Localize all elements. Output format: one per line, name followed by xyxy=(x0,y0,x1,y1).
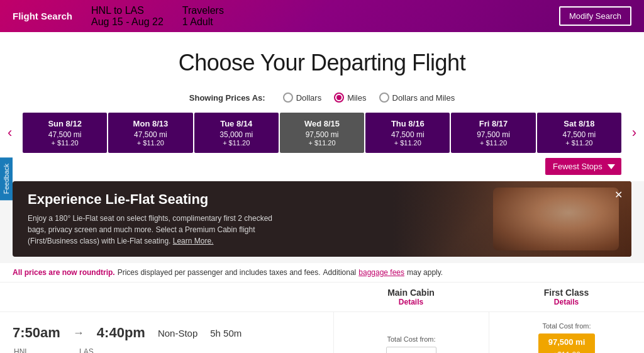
flight-info: 7:50am → 4:40pm Non-Stop 5h 50m HNL LAS … xyxy=(0,312,333,353)
date-label-4: Thu 8/16 xyxy=(370,119,445,128)
date-nav-right[interactable]: › xyxy=(628,125,640,141)
date-label-0: Sun 8/12 xyxy=(28,119,102,128)
first-class-label: First Class xyxy=(494,288,639,298)
date-fee-4: + $11.20 xyxy=(370,139,445,147)
date-miles-4: 47,500 mi xyxy=(370,130,445,139)
first-class-details-link[interactable]: Details xyxy=(494,298,639,306)
flight-times: 7:50am → 4:40pm Non-Stop 5h 50m xyxy=(13,325,321,341)
radio-dollars-miles[interactable]: Dollars and Miles xyxy=(379,92,455,103)
arrive-time: 4:40pm xyxy=(97,325,145,341)
notice-row: All prices are now roundtrip. Prices dis… xyxy=(0,263,644,282)
first-miles: 97,500 mi xyxy=(538,333,595,349)
radio-dollars-label: Dollars xyxy=(296,93,321,103)
date-item-3[interactable]: Wed 8/15 97,500 mi + $11.20 xyxy=(280,113,364,153)
feedback-tab[interactable]: Feedback xyxy=(0,157,13,200)
price-selector-label: Showing Prices As: xyxy=(189,93,265,103)
baggage-fees-link[interactable]: baggage fees xyxy=(358,268,404,277)
promo-learn-more-link[interactable]: Learn More. xyxy=(173,237,214,245)
date-item-5[interactable]: Fri 8/17 97,500 mi + $11.20 xyxy=(451,113,535,153)
promo-banner: Experience Lie-Flat Seating Enjoy a 180°… xyxy=(13,181,631,257)
date-miles-0: 47,500 mi xyxy=(28,130,102,139)
promo-desc-text: Enjoy a 180° Lie-Flat seat on select fli… xyxy=(28,214,272,245)
route-info: HNL to LAS Aug 15 - Aug 22 xyxy=(91,5,164,28)
flight-duration: 5h 50m xyxy=(210,328,242,339)
date-fee-5: + $11.20 xyxy=(456,139,530,147)
date-label-6: Sat 8/18 xyxy=(542,119,616,128)
col-header-main-cabin: Main Cabin Details xyxy=(333,283,489,311)
date-carousel-container: ‹ Sun 8/12 47,500 mi + $11.20 Mon 8/13 4… xyxy=(0,113,644,153)
date-fee-2: + $11.20 xyxy=(199,139,274,147)
first-class-price-box[interactable]: 97,500 mi +$11.20 Roundtrip xyxy=(538,333,595,353)
flight-search-label: Flight Search xyxy=(13,11,72,21)
date-miles-5: 97,500 mi xyxy=(456,130,530,139)
flight-airports: HNL LAS xyxy=(13,347,321,353)
travelers-label: Travelers xyxy=(182,5,224,16)
feedback-label: Feedback xyxy=(3,164,10,194)
price-note: Prices displayed per passenger and inclu… xyxy=(118,268,321,277)
main-cabin-price-col: Total Cost from: N/A xyxy=(333,312,489,353)
date-item-4[interactable]: Thu 8/16 47,500 mi + $11.20 xyxy=(365,113,450,153)
depart-time: 7:50am xyxy=(13,325,60,341)
date-miles-2: 35,000 mi xyxy=(199,130,274,139)
date-miles-3: 97,500 mi xyxy=(285,130,359,139)
baggage-prefix: Additional xyxy=(323,268,357,277)
main-cabin-price: N/A xyxy=(386,347,436,353)
flight-arrow-icon: → xyxy=(73,327,84,340)
sort-row: Fewest Stops Departure Arrival Duration … xyxy=(0,153,644,181)
arrive-airport: LAS xyxy=(79,347,94,353)
date-item-1[interactable]: Mon 8/13 47,500 mi + $11.20 xyxy=(108,113,192,153)
promo-text: Experience Lie-Flat Seating Enjoy a 180°… xyxy=(13,181,631,257)
date-fee-1: + $11.20 xyxy=(113,139,187,147)
col-header-first-class: First Class Details xyxy=(489,283,644,311)
date-miles-6: 47,500 mi xyxy=(542,130,616,139)
col-header-flight xyxy=(0,283,333,311)
page-title: Choose Your Departing Flight xyxy=(13,50,631,76)
baggage-suffix: may apply. xyxy=(407,268,443,277)
promo-title: Experience Lie-Flat Seating xyxy=(28,191,616,208)
radio-dollars-miles-label: Dollars and Miles xyxy=(392,93,455,103)
date-item-6[interactable]: Sat 8/18 47,500 mi + $11.20 xyxy=(537,113,621,153)
modify-search-button[interactable]: Modify Search xyxy=(559,6,631,26)
date-label-3: Wed 8/15 xyxy=(285,119,359,128)
flight-card: 7:50am → 4:40pm Non-Stop 5h 50m HNL LAS … xyxy=(0,311,644,353)
date-item-2[interactable]: Tue 8/14 35,000 mi + $11.20 xyxy=(194,113,279,153)
depart-airport: HNL xyxy=(14,347,29,353)
main-cabin-details-link[interactable]: Details xyxy=(338,298,484,306)
page-title-section: Choose Your Departing Flight xyxy=(0,32,644,86)
travelers-info: Travelers 1 Adult xyxy=(182,5,224,28)
first-total-label: Total Cost from: xyxy=(542,322,591,330)
first-fee: +$11.20 xyxy=(538,349,595,353)
radio-dollars-miles-circle xyxy=(379,92,389,103)
date-fee-3: + $11.20 xyxy=(285,139,359,147)
first-class-price-col: Total Cost from: 97,500 mi +$11.20 Round… xyxy=(489,312,644,353)
promo-description: Enjoy a 180° Lie-Flat seat on select fli… xyxy=(28,213,292,247)
main-total-label: Total Cost from: xyxy=(387,335,435,343)
roundtrip-notice: All prices are now roundtrip. xyxy=(13,268,115,277)
radio-dollars-circle xyxy=(283,92,293,103)
date-fee-0: + $11.20 xyxy=(28,139,102,147)
date-label-5: Fri 8/17 xyxy=(456,119,530,128)
route-label: HNL to LAS xyxy=(91,5,164,16)
price-selector: Showing Prices As: Dollars Miles Dollars… xyxy=(0,86,644,113)
radio-miles-label: Miles xyxy=(347,93,366,103)
sort-select[interactable]: Fewest Stops Departure Arrival Duration … xyxy=(545,158,621,175)
date-carousel: Sun 8/12 47,500 mi + $11.20 Mon 8/13 47,… xyxy=(23,113,621,153)
date-label-2: Tue 8/14 xyxy=(199,119,274,128)
date-nav-left[interactable]: ‹ xyxy=(4,125,16,141)
date-label-1: Mon 8/13 xyxy=(113,119,187,128)
flight-stop: Non-Stop xyxy=(158,328,197,339)
date-fee-6: + $11.20 xyxy=(542,139,616,147)
radio-miles-circle xyxy=(334,92,344,103)
main-cabin-label: Main Cabin xyxy=(338,288,484,298)
column-headers: Main Cabin Details First Class Details xyxy=(0,282,644,311)
radio-dollars[interactable]: Dollars xyxy=(283,92,321,103)
radio-miles[interactable]: Miles xyxy=(334,92,366,103)
date-range: Aug 15 - Aug 22 xyxy=(91,16,164,28)
header: Flight Search HNL to LAS Aug 15 - Aug 22… xyxy=(0,0,644,32)
date-miles-1: 47,500 mi xyxy=(113,130,187,139)
travelers-count: 1 Adult xyxy=(182,16,224,28)
date-item-0[interactable]: Sun 8/12 47,500 mi + $11.20 xyxy=(23,113,107,153)
